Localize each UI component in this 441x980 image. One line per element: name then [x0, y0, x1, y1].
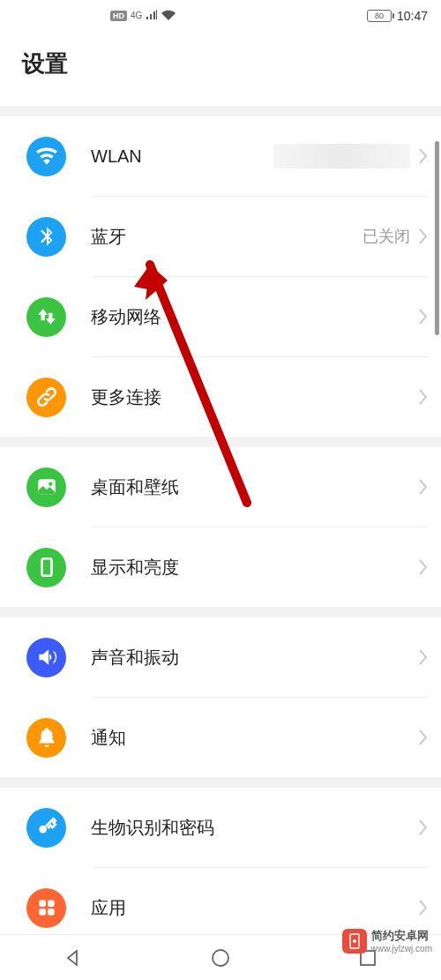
- chevron-right-icon: [419, 559, 428, 575]
- settings-item-mobile[interactable]: 移动网络: [0, 277, 441, 356]
- item-value: 已关闭: [363, 226, 410, 247]
- item-label: 应用: [91, 896, 419, 920]
- chevron-right-icon: [419, 228, 428, 244]
- watermark-url: www.jylzwj.com: [371, 944, 432, 954]
- item-label: 声音和振动: [91, 646, 419, 670]
- watermark: 简约安卓网 www.jylzwj.com: [342, 928, 432, 954]
- watermark-icon: [342, 929, 367, 954]
- item-label: WLAN: [91, 146, 273, 167]
- item-label: 显示和亮度: [91, 556, 419, 580]
- settings-item-biometric[interactable]: 生物识别和密码: [0, 788, 441, 867]
- arrows-updown-icon: [26, 297, 66, 337]
- battery-level: 80: [375, 11, 384, 20]
- settings-item-more-connections[interactable]: 更多连接: [0, 357, 441, 437]
- hd-badge: HD: [110, 11, 127, 21]
- network-type: 4G: [131, 11, 142, 20]
- chevron-right-icon: [419, 819, 428, 835]
- svg-rect-6: [39, 909, 46, 916]
- svg-point-8: [213, 950, 228, 966]
- status-time: 10:47: [397, 9, 428, 23]
- chevron-right-icon: [419, 479, 428, 495]
- nav-back-button[interactable]: [62, 946, 85, 969]
- svg-rect-4: [39, 900, 46, 907]
- svg-point-3: [39, 826, 47, 834]
- chevron-right-icon: [419, 389, 428, 405]
- wlan-value-redacted: [273, 144, 410, 168]
- phone-icon: [26, 548, 66, 587]
- watermark-text: 简约安卓网 www.jylzwj.com: [371, 928, 432, 954]
- chevron-right-icon: [419, 148, 428, 164]
- signal-icon: [146, 8, 158, 24]
- status-left: HD 4G: [110, 8, 176, 24]
- svg-rect-2: [41, 558, 51, 576]
- settings-item-wallpaper[interactable]: 桌面和壁纸: [0, 447, 441, 527]
- page-title: 设置: [22, 49, 419, 79]
- status-bar: HD 4G 80 10:47: [0, 0, 441, 31]
- chevron-right-icon: [419, 649, 428, 665]
- key-icon: [26, 808, 66, 848]
- settings-group-1: WLAN 蓝牙 已关闭 移动网络 更多连接: [0, 116, 441, 437]
- settings-item-notifications[interactable]: 通知: [0, 698, 441, 777]
- item-label: 桌面和壁纸: [91, 475, 419, 499]
- chevron-right-icon: [419, 309, 428, 325]
- item-label: 移动网络: [91, 305, 419, 329]
- settings-item-wlan[interactable]: WLAN: [0, 116, 441, 196]
- link-icon: [26, 378, 66, 417]
- watermark-title: 简约安卓网: [371, 928, 432, 944]
- bell-icon: [26, 718, 66, 758]
- grid-icon: [26, 888, 66, 928]
- chevron-right-icon: [419, 900, 428, 916]
- settings-item-bluetooth[interactable]: 蓝牙 已关闭: [0, 197, 441, 276]
- scrollbar[interactable]: [435, 141, 439, 335]
- header: 设置: [0, 31, 441, 106]
- settings-group-2: 桌面和壁纸 显示和亮度: [0, 447, 441, 607]
- item-label: 蓝牙: [91, 225, 363, 249]
- svg-rect-7: [48, 909, 55, 916]
- settings-group-4: 生物识别和密码 应用: [0, 788, 441, 947]
- settings-item-sound[interactable]: 声音和振动: [0, 617, 441, 697]
- settings-group-3: 声音和振动 通知: [0, 617, 441, 777]
- item-label: 生物识别和密码: [91, 816, 419, 840]
- item-label: 通知: [91, 726, 419, 750]
- wifi-status-icon: [161, 8, 176, 24]
- image-icon: [26, 468, 66, 507]
- speaker-icon: [26, 638, 66, 677]
- settings-item-display[interactable]: 显示和亮度: [0, 527, 441, 607]
- bluetooth-icon: [26, 217, 66, 257]
- status-right: 80 10:47: [367, 9, 428, 23]
- svg-point-11: [353, 939, 356, 943]
- chevron-right-icon: [419, 729, 428, 745]
- wifi-icon: [26, 137, 66, 176]
- battery-icon: 80: [367, 10, 392, 22]
- svg-rect-5: [48, 900, 55, 907]
- svg-point-1: [49, 483, 52, 486]
- nav-home-button[interactable]: [209, 946, 232, 969]
- item-label: 更多连接: [91, 385, 419, 409]
